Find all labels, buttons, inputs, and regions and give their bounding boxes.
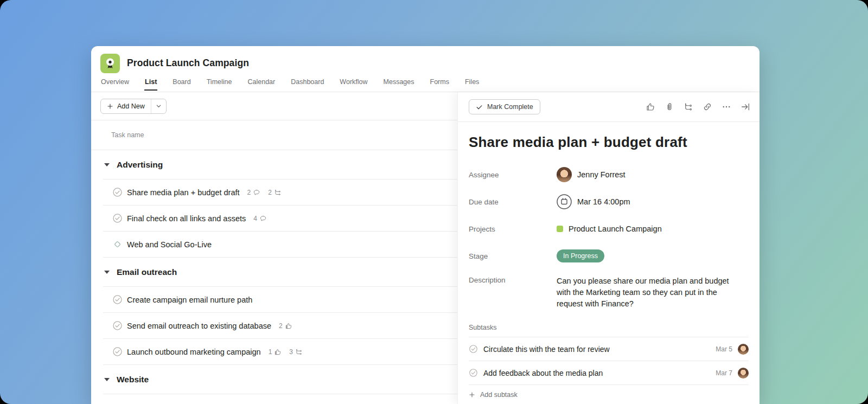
check-circle-icon[interactable] bbox=[112, 213, 123, 223]
projects-label: Projects bbox=[469, 225, 557, 233]
assignee-label: Assignee bbox=[469, 170, 557, 179]
mark-complete-button[interactable]: Mark Complete bbox=[469, 99, 540, 114]
add-subtask-button[interactable]: Add subtask bbox=[469, 384, 749, 404]
check-circle-icon[interactable] bbox=[469, 344, 478, 354]
section-name: Email outreach bbox=[117, 267, 177, 277]
task-title[interactable]: Send email outreach to existing database bbox=[127, 322, 271, 330]
subtask-due-date: Mar 5 bbox=[716, 345, 732, 353]
task-list-panel: Add New Task name AdvertisingShare media… bbox=[91, 92, 457, 404]
section-name: Website bbox=[117, 375, 149, 384]
add-subtask-label: Add subtask bbox=[480, 391, 518, 399]
list-toolbar: Add New bbox=[91, 92, 457, 120]
due-date-field[interactable]: Due date Mar 16 4:00pm bbox=[469, 194, 749, 209]
task-title[interactable]: Launch outbound marketing campaign bbox=[127, 348, 261, 356]
tab-dashboard[interactable]: Dashboard bbox=[290, 76, 324, 91]
collapse-pane-icon[interactable] bbox=[741, 102, 750, 112]
project-name: Product Launch Campaign bbox=[569, 225, 662, 233]
subtask-row[interactable]: Circulate this with the team for reviewM… bbox=[469, 337, 749, 361]
task-row[interactable]: Web and Social Go-Live bbox=[103, 232, 457, 258]
check-circle-icon[interactable] bbox=[112, 187, 123, 197]
meta-count: 2 bbox=[268, 189, 272, 196]
check-icon bbox=[476, 104, 483, 111]
task-rows: AdvertisingShare media plan + budget dra… bbox=[91, 150, 457, 404]
task-meta-like-icon: 1 bbox=[269, 348, 282, 356]
subtask-assignee-avatar[interactable] bbox=[738, 368, 749, 379]
tab-workflow[interactable]: Workflow bbox=[339, 76, 368, 91]
tab-list[interactable]: List bbox=[144, 76, 157, 91]
task-meta-subtask-icon: 2 bbox=[268, 189, 282, 196]
task-meta-like-icon: 2 bbox=[279, 322, 292, 330]
subtask-row[interactable]: Add feedback about the media planMar 7 bbox=[469, 361, 749, 384]
mark-complete-label: Mark Complete bbox=[487, 103, 533, 111]
subtask-assignee-avatar[interactable] bbox=[738, 344, 749, 355]
description-text[interactable]: Can you please share our media plan and … bbox=[557, 275, 741, 310]
add-new-dropdown[interactable] bbox=[151, 99, 166, 113]
meta-count: 4 bbox=[253, 215, 257, 222]
app-window: Product Launch Campaign OverviewListBoar… bbox=[91, 46, 760, 404]
tab-files[interactable]: Files bbox=[464, 76, 480, 91]
detail-content: Share media plan + budget draft Assignee… bbox=[458, 122, 760, 404]
collapse-triangle-icon[interactable] bbox=[104, 163, 110, 166]
desktop-background: Product Launch Campaign OverviewListBoar… bbox=[0, 0, 868, 404]
task-title[interactable]: Create campaign email nurture path bbox=[127, 296, 252, 304]
section-header[interactable]: Website bbox=[103, 365, 457, 394]
add-new-button[interactable]: Add New bbox=[100, 99, 167, 114]
tab-board[interactable]: Board bbox=[172, 76, 191, 91]
tab-messages[interactable]: Messages bbox=[383, 76, 415, 91]
like-icon[interactable] bbox=[646, 102, 655, 112]
project-tabs: OverviewListBoardTimelineCalendarDashboa… bbox=[91, 76, 760, 92]
task-row[interactable]: Final check on all links and assets4 bbox=[103, 206, 457, 232]
tab-forms[interactable]: Forms bbox=[430, 76, 450, 91]
link-icon[interactable] bbox=[703, 102, 712, 112]
description-field[interactable]: Description Can you please share our med… bbox=[469, 275, 749, 310]
meta-count: 2 bbox=[247, 189, 251, 196]
subtask-title[interactable]: Add feedback about the media plan bbox=[483, 369, 716, 377]
assignee-name: Jenny Forrest bbox=[577, 170, 626, 179]
section-header[interactable]: Email outreach bbox=[103, 258, 457, 287]
subtask-rows: Circulate this with the team for reviewM… bbox=[469, 337, 749, 384]
task-title[interactable]: Final check on all links and assets bbox=[127, 214, 246, 223]
tab-timeline[interactable]: Timeline bbox=[206, 76, 233, 91]
project-header: Product Launch Campaign OverviewListBoar… bbox=[91, 46, 760, 92]
calendar-icon bbox=[557, 194, 572, 209]
due-date-value: Mar 16 4:00pm bbox=[577, 197, 630, 206]
check-circle-icon[interactable] bbox=[469, 368, 478, 377]
attachment-icon[interactable] bbox=[665, 102, 674, 112]
stage-badge[interactable]: In Progress bbox=[557, 249, 604, 262]
detail-header: Mark Complete bbox=[458, 92, 760, 122]
tab-calendar[interactable]: Calendar bbox=[247, 76, 276, 91]
assignee-field[interactable]: Assignee Jenny Forrest bbox=[469, 167, 749, 182]
task-row[interactable]: Launch outbound marketing campaign13 bbox=[103, 339, 457, 365]
more-icon[interactable] bbox=[722, 102, 731, 112]
milestone-icon[interactable] bbox=[112, 239, 123, 249]
task-meta-subtask-icon: 3 bbox=[289, 348, 303, 356]
task-row[interactable]: Share media plan + budget draft22 bbox=[103, 179, 457, 206]
task-title[interactable]: Web and Social Go-Live bbox=[127, 240, 212, 249]
task-row[interactable]: Send email outreach to existing database… bbox=[103, 313, 457, 339]
collapse-triangle-icon[interactable] bbox=[104, 271, 110, 274]
add-new-label: Add New bbox=[117, 102, 145, 110]
meta-count: 3 bbox=[289, 348, 293, 356]
check-circle-icon[interactable] bbox=[112, 294, 123, 305]
check-circle-icon[interactable] bbox=[112, 347, 123, 357]
stage-field[interactable]: Stage In Progress bbox=[469, 248, 749, 264]
task-detail-panel: Mark Complete Share media plan + budget … bbox=[457, 92, 760, 404]
project-color-dot bbox=[557, 226, 563, 232]
task-detail-title[interactable]: Share media plan + budget draft bbox=[469, 134, 749, 151]
subtasks-label: Subtasks bbox=[469, 324, 749, 331]
task-title[interactable]: Share media plan + budget draft bbox=[127, 188, 240, 197]
check-circle-icon[interactable] bbox=[112, 320, 123, 331]
project-ribbon-icon bbox=[100, 54, 120, 73]
tab-overview[interactable]: Overview bbox=[100, 76, 130, 91]
section-name: Advertising bbox=[117, 160, 163, 170]
stage-label: Stage bbox=[469, 252, 557, 260]
collapse-triangle-icon[interactable] bbox=[104, 378, 110, 381]
meta-count: 1 bbox=[269, 348, 272, 356]
meta-count: 2 bbox=[279, 322, 283, 330]
due-date-label: Due date bbox=[469, 197, 557, 206]
subtask-title[interactable]: Circulate this with the team for review bbox=[483, 345, 716, 354]
task-row[interactable]: Create campaign email nurture path bbox=[103, 287, 457, 313]
section-header[interactable]: Advertising bbox=[103, 150, 457, 179]
projects-field[interactable]: Projects Product Launch Campaign bbox=[469, 221, 749, 236]
subtask-icon[interactable] bbox=[684, 102, 693, 112]
